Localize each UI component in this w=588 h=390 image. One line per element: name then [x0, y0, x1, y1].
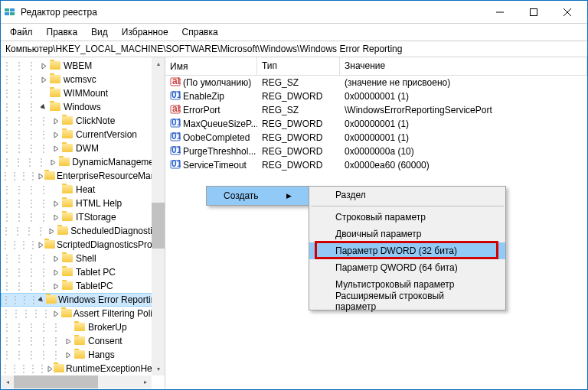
folder-icon — [62, 129, 74, 140]
tree-item[interactable]: ⋮⋮⋮⋮Shell — [1, 252, 165, 265]
tree-item[interactable]: ⋮⋮⋮WIMMount — [1, 86, 165, 100]
tree-item[interactable]: ⋮⋮⋮⋮⋮Assert Filtering Policy — [1, 307, 165, 320]
tree-item[interactable]: ⋮⋮⋮⋮⋮RuntimeExceptionHelperModules — [1, 362, 165, 375]
minimize-button[interactable] — [483, 2, 517, 23]
chevron-right-icon[interactable] — [38, 173, 44, 180]
chevron-right-icon[interactable] — [50, 118, 62, 125]
menu-view[interactable]: Вид — [85, 25, 114, 39]
value-type: REG_DWORD — [257, 146, 340, 157]
chevron-right-icon[interactable] — [62, 352, 74, 359]
ctx-string[interactable]: Строковый параметр — [309, 209, 505, 226]
chevron-right-icon[interactable] — [38, 63, 50, 70]
chevron-right-icon[interactable] — [50, 132, 62, 138]
ctx-expandstring[interactable]: Расширяемый строковый параметр — [309, 293, 505, 310]
col-value[interactable]: Значение — [340, 57, 587, 75]
tree-item[interactable]: ⋮⋮⋮⋮ClickNote — [1, 114, 165, 128]
tree-item[interactable]: ⋮⋮⋮wcmsvc — [1, 73, 165, 86]
value-row[interactable]: 011ServiceTimeoutREG_DWORD0x0000ea60 (60… — [165, 158, 587, 172]
value-data: 0x0000000a (10) — [340, 146, 587, 157]
menu-help[interactable]: Справка — [176, 25, 224, 39]
menu-favorites[interactable]: Избранное — [116, 25, 175, 39]
value-row[interactable]: 011EnableZipREG_DWORD0x00000001 (1) — [165, 89, 587, 103]
tree-item[interactable]: ⋮⋮⋮⋮⋮BrokerUp — [1, 320, 165, 334]
chevron-right-icon[interactable] — [50, 269, 62, 276]
chevron-right-icon[interactable] — [47, 159, 59, 166]
chevron-right-icon[interactable] — [47, 228, 58, 235]
chevron-right-icon[interactable] — [50, 200, 62, 207]
tree-label: Tablet PC — [76, 267, 116, 278]
tree-item[interactable]: ⋮⋮⋮⋮DWM — [1, 141, 165, 155]
value-row[interactable]: ab(По умолчанию)REG_SZ(значение не присв… — [165, 76, 587, 89]
tree-label: DynamicManagement — [72, 157, 162, 167]
tree-item[interactable]: ⋮⋮⋮⋮Windows Error Reporting — [1, 293, 165, 307]
folder-icon — [74, 349, 87, 360]
value-data: (значение не присвоено) — [340, 77, 587, 88]
value-type: REG_DWORD — [257, 119, 340, 129]
chevron-right-icon[interactable] — [51, 310, 61, 317]
ctx-dword[interactable]: Параметр DWORD (32 бита) — [309, 242, 505, 259]
chevron-down-icon[interactable] — [38, 297, 46, 304]
tree-item[interactable]: ⋮⋮⋮Windows — [1, 100, 165, 114]
column-header[interactable]: Имя Тип Значение — [165, 57, 587, 76]
folder-icon — [74, 322, 87, 333]
tree-item[interactable]: ⋮⋮⋮⋮DynamicManagement — [1, 155, 165, 169]
chevron-right-icon[interactable] — [50, 214, 62, 221]
folder-icon — [54, 363, 64, 374]
value-type: REG_DWORD — [257, 91, 340, 102]
value-name: EnableZip — [183, 91, 224, 102]
chevron-right-icon[interactable] — [47, 366, 54, 372]
value-row[interactable]: 011PurgeThreshhol...REG_DWORD0x0000000a … — [165, 145, 587, 158]
menu-edit[interactable]: Правка — [41, 25, 84, 39]
tree-scroll-h[interactable]: ◂ ▸ — [1, 375, 152, 388]
app-icon — [4, 6, 16, 18]
context-submenu: Создать ▶ — [206, 186, 309, 206]
value-row[interactable]: abErrorPortREG_SZ\WindowsErrorReportingS… — [165, 103, 587, 117]
ctx-key[interactable]: Раздел — [309, 187, 505, 203]
tree-item[interactable]: ⋮⋮⋮WBEM — [1, 59, 165, 73]
svg-text:ab: ab — [172, 104, 181, 114]
svg-text:011: 011 — [172, 132, 181, 141]
chevron-right-icon[interactable] — [50, 145, 62, 152]
folder-icon — [62, 184, 74, 195]
tree-label: Windows — [64, 102, 101, 112]
tree-item[interactable]: ⋮⋮⋮⋮Heat — [1, 183, 165, 197]
col-name[interactable]: Имя — [165, 57, 257, 75]
chevron-down-icon[interactable] — [38, 104, 50, 111]
folder-icon — [50, 88, 62, 99]
value-row[interactable]: 011MaxQueueSizeP...REG_DWORD0x00000001 (… — [165, 117, 587, 131]
ctx-create[interactable]: Создать ▶ — [207, 187, 309, 205]
col-type[interactable]: Тип — [257, 57, 340, 75]
svg-rect-3 — [10, 12, 15, 15]
chevron-right-icon[interactable] — [62, 338, 74, 345]
tree-item[interactable]: ⋮⋮⋮⋮ScriptedDiagnosticsProvider — [1, 238, 165, 252]
tree-item[interactable]: ⋮⋮⋮⋮Tablet PC — [1, 265, 165, 279]
tree-item[interactable]: ⋮⋮⋮⋮⋮Hangs — [1, 348, 165, 362]
tree-item[interactable]: ⋮⋮⋮⋮⋮Consent — [1, 334, 165, 348]
tree-item[interactable]: ⋮⋮⋮⋮EnterpriseResourceManager — [1, 169, 165, 183]
chevron-right-icon: ▶ — [286, 192, 292, 200]
tree-item[interactable]: ⋮⋮⋮⋮HTML Help — [1, 197, 165, 210]
chevron-right-icon[interactable] — [38, 242, 44, 249]
value-name: ErrorPort — [183, 105, 220, 115]
scroll-thumb[interactable] — [14, 375, 98, 388]
close-button[interactable] — [550, 2, 584, 23]
menu-file[interactable]: Файл — [4, 25, 39, 39]
ctx-qword[interactable]: Параметр QWORD (64 бита) — [309, 259, 505, 276]
chevron-right-icon[interactable] — [50, 283, 62, 290]
addressbar[interactable]: Компьютер\HKEY_LOCAL_MACHINE\SOFTWARE\Mi… — [1, 41, 587, 57]
tree-item[interactable]: ⋮⋮⋮⋮CurrentVersion — [1, 128, 165, 141]
value-row[interactable]: 011OobeCompletedREG_DWORD0x00000001 (1) — [165, 131, 587, 145]
folder-icon — [44, 171, 55, 181]
value-data: 0x00000001 (1) — [340, 132, 587, 143]
maximize-button[interactable] — [517, 2, 550, 23]
tree-item[interactable]: ⋮⋮⋮⋮TabletPC — [1, 279, 165, 293]
tree-item[interactable]: ⋮⋮⋮⋮ITStorage — [1, 210, 165, 224]
tree-scroll-v[interactable]: ▴ ▾ — [152, 57, 165, 375]
chevron-right-icon[interactable] — [50, 255, 62, 262]
svg-text:011: 011 — [172, 118, 181, 128]
tree-item[interactable]: ⋮⋮⋮⋮ScheduledDiagnostics — [1, 224, 165, 238]
folder-icon — [50, 74, 62, 85]
ctx-binary[interactable]: Двоичный параметр — [309, 226, 505, 242]
scroll-thumb[interactable] — [152, 203, 165, 249]
chevron-right-icon[interactable] — [38, 76, 50, 83]
